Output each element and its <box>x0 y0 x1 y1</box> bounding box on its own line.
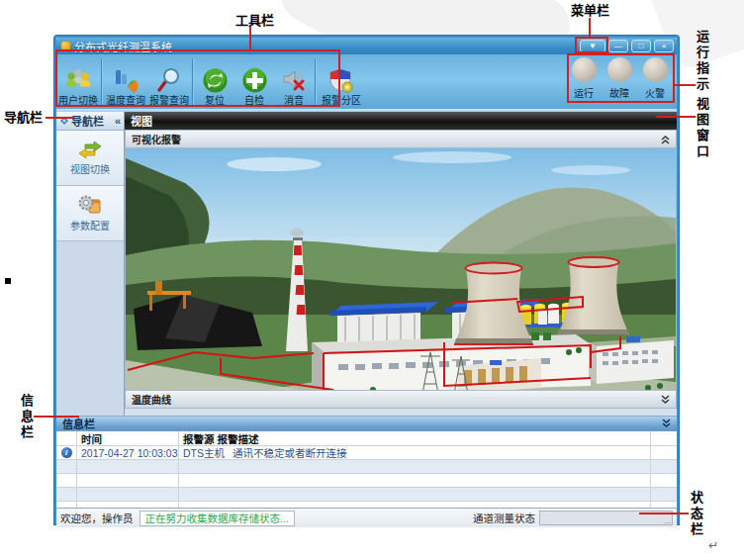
indicator-fault: 故障 <box>602 57 637 100</box>
toolbar-button-temperature-query[interactable]: 温度查询 <box>104 54 147 109</box>
table-header-row: 时间 报警源 报警描述 <box>56 431 677 446</box>
indicator-run: 运行 <box>566 57 602 100</box>
annotation-line-status <box>639 513 689 514</box>
run-indicators: 运行 故障 火警 <box>566 57 673 100</box>
toolbar-separator <box>101 58 103 105</box>
annotation-line-info <box>34 416 79 418</box>
page: 工具栏 菜单栏 运行指示 视图窗口 导航栏 信息栏 状态栏 ↵ 分布式光纤测温系… <box>0 0 744 560</box>
toolbar-button-alarm-query[interactable]: 报警查询 <box>147 54 191 109</box>
cell-time: 2017-04-27 10:03:03 <box>76 446 178 459</box>
chevron-double-up-icon <box>661 135 670 144</box>
chevron-double-down-icon <box>662 419 671 428</box>
col-source-desc[interactable]: 报警源 报警描述 <box>178 431 650 445</box>
cell-source: DTS主机 <box>183 445 225 460</box>
view-bottom-gap <box>125 409 677 416</box>
fire-lamp-icon <box>643 57 668 82</box>
annotation-line-menubar <box>589 18 591 38</box>
power-plant-image <box>126 148 676 390</box>
welcome-text: 欢迎您，操作员 <box>60 511 134 525</box>
alarm-table: 时间 报警源 报警描述 i 2017-04-27 10:03:03 DTS主机 … <box>56 430 677 508</box>
view-area: 视图 可视化报警 <box>125 112 677 416</box>
table-row-empty <box>56 488 677 502</box>
col-time[interactable]: 时间 <box>76 431 178 445</box>
run-lamp-icon <box>572 57 597 82</box>
nav-empty-area <box>56 241 124 416</box>
magnifier-icon <box>155 65 183 95</box>
section-visual-alarm[interactable]: 可视化报警 <box>125 130 677 148</box>
view-header: 视图 <box>125 112 677 130</box>
app-icon <box>61 42 70 50</box>
annotation-status: 状态栏 <box>689 491 703 552</box>
users-icon <box>64 65 92 95</box>
info-bar[interactable]: 信息栏 <box>56 416 677 430</box>
annotation-nav: 导航栏 <box>4 110 43 125</box>
minimize-button[interactable]: — <box>608 40 628 52</box>
maximize-button[interactable]: □ <box>631 40 651 52</box>
app-window: 分布式光纤测温系统 ▼ — □ × 用户切换 <box>54 36 679 524</box>
toolbar-button-reset[interactable]: 复位 <box>195 54 234 109</box>
toolbar-button-alarm-zones[interactable]: 报警分区 <box>318 54 365 109</box>
plant-scene[interactable] <box>125 148 677 390</box>
annotation-toolbar: 工具栏 <box>235 13 274 28</box>
annotation-line-toolbar <box>249 27 251 50</box>
toolbar-button-mute[interactable]: 消音 <box>274 54 314 109</box>
chart-icon <box>112 65 140 95</box>
channel-status-label: 通道测量状态 <box>473 511 535 525</box>
reset-icon <box>202 65 229 95</box>
toolbar-separator <box>192 58 194 105</box>
cell-desc: 通讯不稳定或者断开连接 <box>232 445 347 460</box>
switch-arrows-icon <box>77 140 103 159</box>
annotation-view-window: 视图窗口 <box>695 97 709 180</box>
toolbar-button-self-test[interactable]: 自检 <box>234 54 274 109</box>
title-bar: 分布式光纤测温系统 ▼ — □ × <box>56 38 677 54</box>
chevron-double-down-icon <box>661 395 670 405</box>
main-area: 导航栏 « 视图切换 参 <box>56 112 677 416</box>
annotation-line-nav <box>46 117 73 119</box>
nav-header: 导航栏 « <box>56 112 124 131</box>
toolbar-button-user-switch[interactable]: 用户切换 <box>56 54 100 109</box>
indicator-fire: 火警 <box>637 57 673 100</box>
mute-speaker-icon <box>280 65 308 95</box>
bullet-square <box>5 278 11 284</box>
shield-gear-icon <box>327 65 355 95</box>
fault-lamp-icon <box>607 57 632 82</box>
info-icon: i <box>61 447 72 458</box>
window-title: 分布式光纤测温系统 <box>74 39 577 54</box>
db-status-text: 正在努力收集数据库存储状态... <box>140 511 295 526</box>
close-button[interactable]: × <box>654 40 674 52</box>
table-row-empty <box>56 460 677 474</box>
annotation-line-run-indicator <box>674 84 696 86</box>
nav-panel: 导航栏 « 视图切换 参 <box>56 112 125 416</box>
nav-collapse-button[interactable]: « <box>115 115 121 127</box>
toolbar: 用户切换 温度查询 <box>56 54 677 109</box>
nav-item-view-switch[interactable]: 视图切换 <box>56 131 124 186</box>
self-test-plus-icon <box>241 65 268 95</box>
progress-dots: ... <box>664 516 671 525</box>
status-bar: 欢迎您，操作员 正在努力收集数据库存储状态... 通道测量状态 ... <box>56 508 677 527</box>
table-row[interactable]: i 2017-04-27 10:03:03 DTS主机 通讯不稳定或者断开连接 <box>56 446 677 460</box>
annotation-menubar: 菜单栏 <box>571 3 609 18</box>
table-row-empty <box>56 474 677 488</box>
nav-item-parameter-config[interactable]: 参数配置 <box>56 186 124 241</box>
paragraph-mark: ↵ <box>708 538 718 552</box>
menu-dropdown-button[interactable]: ▼ <box>580 40 605 52</box>
section-temperature-curve[interactable]: 温度曲线 <box>125 390 677 409</box>
annotation-info: 信息栏 <box>19 394 34 455</box>
annotation-line-view-window <box>656 116 696 118</box>
toolbar-separator <box>315 58 317 105</box>
gear-config-icon <box>77 194 103 216</box>
